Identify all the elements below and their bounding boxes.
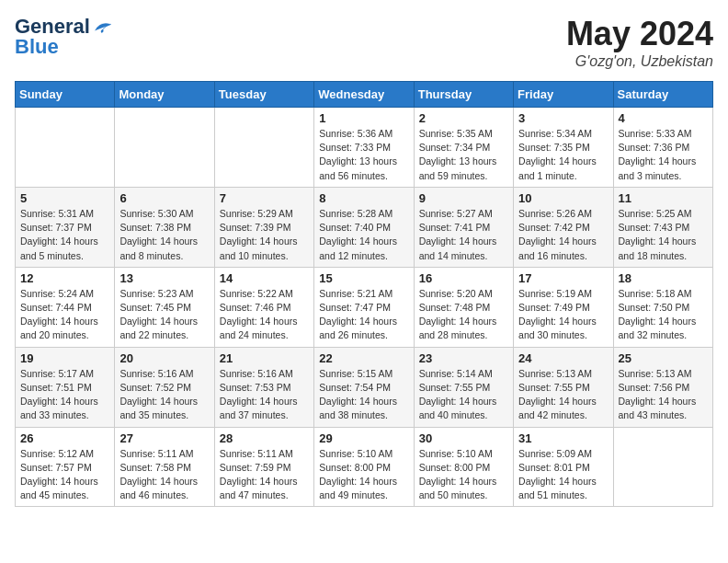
day-info: Sunrise: 5:23 AMSunset: 7:45 PMDaylight:…	[119, 287, 209, 343]
calendar-day-cell: 17Sunrise: 5:19 AMSunset: 7:49 PMDayligh…	[514, 267, 613, 347]
calendar-day-cell: 7Sunrise: 5:29 AMSunset: 7:39 PMDaylight…	[214, 187, 313, 267]
month-title: May 2024	[566, 15, 713, 53]
day-info: Sunrise: 5:35 AMSunset: 7:34 PMDaylight:…	[419, 127, 508, 183]
calendar-body: 1Sunrise: 5:36 AMSunset: 7:33 PMDaylight…	[16, 108, 713, 507]
day-info: Sunrise: 5:34 AMSunset: 7:35 PMDaylight:…	[518, 127, 608, 183]
calendar-week-row: 26Sunrise: 5:12 AMSunset: 7:57 PMDayligh…	[16, 427, 713, 507]
weekday-header-cell: Wednesday	[314, 82, 414, 108]
weekday-header-cell: Saturday	[613, 82, 712, 108]
day-info: Sunrise: 5:10 AMSunset: 8:00 PMDaylight:…	[419, 447, 508, 503]
day-info: Sunrise: 5:26 AMSunset: 7:42 PMDaylight:…	[518, 207, 608, 263]
day-number: 17	[518, 271, 608, 285]
day-info: Sunrise: 5:25 AMSunset: 7:43 PMDaylight:…	[619, 207, 708, 263]
day-info: Sunrise: 5:12 AMSunset: 7:57 PMDaylight:…	[20, 447, 109, 503]
day-info: Sunrise: 5:28 AMSunset: 7:40 PMDaylight:…	[319, 207, 408, 263]
calendar-day-cell	[16, 108, 115, 188]
calendar-table: SundayMondayTuesdayWednesdayThursdayFrid…	[15, 81, 713, 507]
day-number: 19	[20, 351, 109, 365]
location: G'ozg'on, Uzbekistan	[566, 53, 713, 70]
day-info: Sunrise: 5:36 AMSunset: 7:33 PMDaylight:…	[319, 127, 408, 183]
day-number: 25	[619, 351, 708, 365]
day-info: Sunrise: 5:10 AMSunset: 8:00 PMDaylight:…	[319, 447, 408, 503]
header: General Blue May 2024 G'ozg'on, Uzbekist…	[15, 15, 713, 70]
weekday-header-row: SundayMondayTuesdayWednesdayThursdayFrid…	[16, 82, 713, 108]
day-info: Sunrise: 5:18 AMSunset: 7:50 PMDaylight:…	[619, 287, 708, 343]
calendar-day-cell: 21Sunrise: 5:16 AMSunset: 7:53 PMDayligh…	[214, 347, 313, 427]
calendar-container: General Blue May 2024 G'ozg'on, Uzbekist…	[0, 0, 728, 514]
calendar-day-cell: 31Sunrise: 5:09 AMSunset: 8:01 PMDayligh…	[514, 427, 613, 507]
day-info: Sunrise: 5:22 AMSunset: 7:46 PMDaylight:…	[220, 287, 309, 343]
logo-blue: Blue	[15, 35, 59, 59]
day-info: Sunrise: 5:11 AMSunset: 7:59 PMDaylight:…	[220, 447, 309, 503]
day-number: 23	[419, 351, 508, 365]
day-info: Sunrise: 5:20 AMSunset: 7:48 PMDaylight:…	[419, 287, 508, 343]
calendar-day-cell: 12Sunrise: 5:24 AMSunset: 7:44 PMDayligh…	[16, 267, 115, 347]
calendar-day-cell	[214, 108, 313, 188]
calendar-day-cell: 28Sunrise: 5:11 AMSunset: 7:59 PMDayligh…	[214, 427, 313, 507]
calendar-day-cell: 24Sunrise: 5:13 AMSunset: 7:55 PMDayligh…	[514, 347, 613, 427]
calendar-day-cell: 14Sunrise: 5:22 AMSunset: 7:46 PMDayligh…	[214, 267, 313, 347]
day-info: Sunrise: 5:27 AMSunset: 7:41 PMDaylight:…	[419, 207, 508, 263]
day-number: 7	[220, 191, 309, 205]
day-number: 6	[119, 191, 209, 205]
day-number: 28	[220, 431, 309, 445]
day-number: 27	[119, 431, 209, 445]
day-info: Sunrise: 5:16 AMSunset: 7:53 PMDaylight:…	[220, 367, 309, 423]
day-number: 3	[518, 111, 608, 125]
calendar-day-cell: 3Sunrise: 5:34 AMSunset: 7:35 PMDaylight…	[514, 108, 613, 188]
day-number: 8	[319, 191, 408, 205]
calendar-day-cell	[613, 427, 712, 507]
day-info: Sunrise: 5:16 AMSunset: 7:52 PMDaylight:…	[119, 367, 209, 423]
calendar-day-cell: 16Sunrise: 5:20 AMSunset: 7:48 PMDayligh…	[414, 267, 513, 347]
day-number: 14	[220, 271, 309, 285]
day-number: 26	[20, 431, 109, 445]
calendar-day-cell: 5Sunrise: 5:31 AMSunset: 7:37 PMDaylight…	[16, 187, 115, 267]
logo: General Blue	[15, 15, 114, 59]
day-number: 30	[419, 431, 508, 445]
calendar-day-cell: 20Sunrise: 5:16 AMSunset: 7:52 PMDayligh…	[115, 347, 214, 427]
weekday-header-cell: Monday	[115, 82, 214, 108]
day-number: 5	[20, 191, 109, 205]
day-info: Sunrise: 5:19 AMSunset: 7:49 PMDaylight:…	[518, 287, 608, 343]
calendar-week-row: 12Sunrise: 5:24 AMSunset: 7:44 PMDayligh…	[16, 267, 713, 347]
calendar-day-cell: 22Sunrise: 5:15 AMSunset: 7:54 PMDayligh…	[314, 347, 414, 427]
day-number: 16	[419, 271, 508, 285]
calendar-day-cell: 18Sunrise: 5:18 AMSunset: 7:50 PMDayligh…	[613, 267, 712, 347]
day-info: Sunrise: 5:13 AMSunset: 7:56 PMDaylight:…	[619, 367, 708, 423]
calendar-day-cell: 15Sunrise: 5:21 AMSunset: 7:47 PMDayligh…	[314, 267, 414, 347]
day-info: Sunrise: 5:24 AMSunset: 7:44 PMDaylight:…	[20, 287, 109, 343]
calendar-day-cell: 30Sunrise: 5:10 AMSunset: 8:00 PMDayligh…	[414, 427, 513, 507]
day-number: 31	[518, 431, 608, 445]
day-number: 15	[319, 271, 408, 285]
day-number: 10	[518, 191, 608, 205]
day-info: Sunrise: 5:14 AMSunset: 7:55 PMDaylight:…	[419, 367, 508, 423]
calendar-day-cell: 19Sunrise: 5:17 AMSunset: 7:51 PMDayligh…	[16, 347, 115, 427]
day-info: Sunrise: 5:33 AMSunset: 7:36 PMDaylight:…	[619, 127, 708, 183]
day-number: 4	[619, 111, 708, 125]
day-info: Sunrise: 5:21 AMSunset: 7:47 PMDaylight:…	[319, 287, 408, 343]
calendar-day-cell: 23Sunrise: 5:14 AMSunset: 7:55 PMDayligh…	[414, 347, 513, 427]
calendar-day-cell: 4Sunrise: 5:33 AMSunset: 7:36 PMDaylight…	[613, 108, 712, 188]
day-number: 13	[119, 271, 209, 285]
calendar-day-cell: 9Sunrise: 5:27 AMSunset: 7:41 PMDaylight…	[414, 187, 513, 267]
day-number: 29	[319, 431, 408, 445]
calendar-day-cell: 10Sunrise: 5:26 AMSunset: 7:42 PMDayligh…	[514, 187, 613, 267]
weekday-header-cell: Thursday	[414, 82, 513, 108]
calendar-day-cell: 11Sunrise: 5:25 AMSunset: 7:43 PMDayligh…	[613, 187, 712, 267]
day-info: Sunrise: 5:30 AMSunset: 7:38 PMDaylight:…	[119, 207, 209, 263]
day-info: Sunrise: 5:29 AMSunset: 7:39 PMDaylight:…	[220, 207, 309, 263]
calendar-day-cell: 29Sunrise: 5:10 AMSunset: 8:00 PMDayligh…	[314, 427, 414, 507]
day-number: 11	[619, 191, 708, 205]
day-number: 24	[518, 351, 608, 365]
calendar-day-cell: 27Sunrise: 5:11 AMSunset: 7:58 PMDayligh…	[115, 427, 214, 507]
title-area: May 2024 G'ozg'on, Uzbekistan	[566, 15, 713, 70]
calendar-day-cell: 13Sunrise: 5:23 AMSunset: 7:45 PMDayligh…	[115, 267, 214, 347]
weekday-header-cell: Friday	[514, 82, 613, 108]
day-number: 22	[319, 351, 408, 365]
calendar-week-row: 5Sunrise: 5:31 AMSunset: 7:37 PMDaylight…	[16, 187, 713, 267]
day-info: Sunrise: 5:31 AMSunset: 7:37 PMDaylight:…	[20, 207, 109, 263]
calendar-day-cell: 26Sunrise: 5:12 AMSunset: 7:57 PMDayligh…	[16, 427, 115, 507]
calendar-week-row: 19Sunrise: 5:17 AMSunset: 7:51 PMDayligh…	[16, 347, 713, 427]
calendar-day-cell: 8Sunrise: 5:28 AMSunset: 7:40 PMDaylight…	[314, 187, 414, 267]
day-number: 12	[20, 271, 109, 285]
